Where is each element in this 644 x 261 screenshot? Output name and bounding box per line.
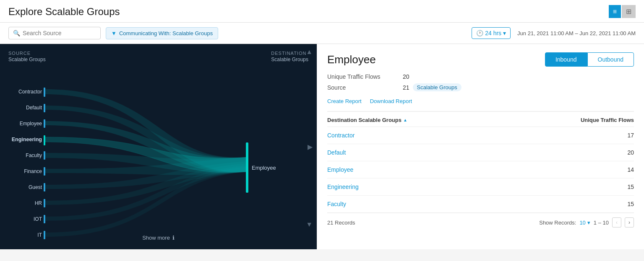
info-icon: ℹ	[172, 235, 175, 241]
svg-rect-4	[44, 151, 45, 160]
search-box: 🔍	[8, 27, 101, 39]
report-links: Create Report Download Report	[327, 98, 634, 104]
row-name[interactable]: Engineering	[327, 183, 359, 190]
page-nav: ‹ ›	[612, 217, 634, 227]
page-title: Explore Scalable Groups	[8, 6, 120, 18]
grid-view-button[interactable]: ⊞	[622, 5, 636, 18]
chevron-down-icon: ▾	[503, 30, 506, 36]
search-icon: 🔍	[13, 30, 20, 36]
time-selector[interactable]: 🕐 24 hrs ▾	[472, 27, 511, 39]
svg-text:Finance: Finance	[24, 168, 42, 174]
svg-rect-1	[44, 104, 45, 112]
next-page-button[interactable]: ›	[625, 217, 634, 227]
list-view-button[interactable]: ≡	[609, 5, 621, 18]
search-input[interactable]	[23, 30, 96, 36]
table-row: Engineering 15	[327, 178, 634, 196]
row-count: 20	[627, 149, 634, 156]
table-row: Employee 14	[327, 161, 634, 178]
page-range: 1 – 10	[594, 220, 609, 226]
table-row: Contractor 17	[327, 127, 634, 144]
table-row: Default 20	[327, 144, 634, 161]
outbound-tab[interactable]: Outbound	[587, 52, 634, 67]
svg-text:Guest: Guest	[29, 184, 42, 190]
filter-tag[interactable]: ▼ Communicating With: Scalable Groups	[106, 27, 218, 39]
svg-rect-5	[44, 167, 45, 176]
pagination: Show Records: 10 ▾ 1 – 10 ‹ ›	[539, 217, 634, 227]
scroll-down-icon[interactable]: ▼	[306, 221, 313, 228]
svg-text:Employee: Employee	[252, 165, 276, 171]
svg-rect-10	[246, 142, 248, 193]
prev-page-button[interactable]: ‹	[612, 217, 621, 227]
row-count: 15	[627, 201, 634, 207]
source-badge: Scalable Groups	[413, 83, 461, 91]
source-row: Source 21 Scalable Groups	[327, 83, 634, 91]
scroll-right-icon[interactable]: ▶	[308, 143, 313, 151]
svg-rect-0	[44, 88, 45, 97]
right-panel: Employee Inbound Outbound Unique Traffic…	[317, 44, 644, 249]
table-section: Destination Scalable Groups ▲ Unique Tra…	[327, 111, 634, 213]
svg-rect-9	[44, 231, 45, 239]
svg-text:Faculty: Faculty	[26, 152, 42, 158]
per-page-value: 10	[579, 220, 585, 226]
svg-text:IT: IT	[37, 232, 42, 238]
table-header-row: Destination Scalable Groups ▲ Unique Tra…	[327, 112, 634, 127]
row-name[interactable]: Employee	[327, 166, 353, 173]
table-footer: 21 Records Show Records: 10 ▾ 1 – 10 ‹ ›	[327, 213, 634, 232]
svg-rect-3	[44, 135, 45, 145]
svg-text:Default: Default	[26, 105, 42, 111]
svg-text:Engineering: Engineering	[12, 137, 42, 142]
sankey-panel: SOURCE Scalable Groups DESTINATION Scala…	[0, 44, 317, 249]
svg-rect-8	[44, 215, 45, 223]
svg-text:Contractor: Contractor	[18, 89, 42, 95]
col2-header: Unique Traffic Flows	[581, 117, 634, 123]
sankey-svg: Contractor Default Employee Engineering …	[0, 44, 317, 249]
row-count: 15	[627, 183, 634, 190]
download-report-link[interactable]: Download Report	[370, 98, 412, 104]
svg-text:Employee: Employee	[20, 121, 42, 127]
source-count: 21	[403, 84, 409, 91]
show-more-label: Show more	[142, 235, 170, 241]
show-records-label: Show Records:	[539, 220, 576, 226]
show-more-button[interactable]: Show more ℹ	[142, 235, 175, 241]
row-name[interactable]: Contractor	[327, 132, 355, 139]
source-meta-label: Source	[327, 84, 403, 91]
main-content: SOURCE Scalable Groups DESTINATION Scala…	[0, 44, 644, 249]
row-count: 17	[627, 132, 634, 139]
inbound-tab[interactable]: Inbound	[545, 52, 587, 67]
table-body: Contractor 17 Default 20 Employee 14 Eng…	[327, 127, 634, 213]
entity-title: Employee	[327, 53, 376, 66]
sort-asc-icon[interactable]: ▲	[403, 118, 407, 122]
source-meta-value: 21 Scalable Groups	[403, 83, 461, 91]
unique-traffic-label: Unique Traffic Flows	[327, 73, 403, 80]
svg-rect-7	[44, 199, 45, 207]
header: Explore Scalable Groups ≡ ⊞	[0, 0, 644, 23]
time-selector-label: 24 hrs	[485, 30, 501, 36]
time-range: Jun 21, 2021 11:00 AM – Jun 22, 2021 11:…	[517, 30, 636, 36]
records-count: 21 Records	[327, 220, 355, 226]
table-row: Faculty 15	[327, 196, 634, 213]
svg-text:IOT: IOT	[34, 216, 42, 222]
unique-traffic-row: Unique Traffic Flows 20	[327, 73, 634, 80]
create-report-link[interactable]: Create Report	[327, 98, 362, 104]
row-count: 14	[627, 166, 634, 173]
filter-icon: ▼	[111, 30, 117, 36]
toolbar: 🔍 ▼ Communicating With: Scalable Groups …	[0, 23, 644, 44]
svg-rect-2	[44, 119, 45, 128]
time-controls: 🕐 24 hrs ▾ Jun 21, 2021 11:00 AM – Jun 2…	[472, 27, 636, 39]
clock-icon: 🕐	[476, 30, 483, 36]
per-page-selector[interactable]: 10 ▾	[579, 220, 590, 226]
row-name[interactable]: Default	[327, 149, 346, 156]
filter-label: Communicating With: Scalable Groups	[119, 30, 213, 36]
row-name[interactable]: Faculty	[327, 201, 346, 207]
col1-header: Destination Scalable Groups ▲	[327, 117, 407, 123]
direction-tabs: Inbound Outbound	[545, 52, 634, 67]
header-top: Explore Scalable Groups ≡ ⊞	[8, 5, 636, 22]
per-page-chevron: ▾	[587, 220, 590, 226]
view-toggle: ≡ ⊞	[609, 5, 636, 18]
unique-traffic-value: 20	[403, 73, 409, 80]
svg-text:HR: HR	[35, 200, 42, 206]
entity-header: Employee Inbound Outbound	[327, 52, 634, 67]
scroll-up-icon[interactable]: ▲	[306, 48, 313, 56]
svg-rect-6	[44, 183, 45, 191]
